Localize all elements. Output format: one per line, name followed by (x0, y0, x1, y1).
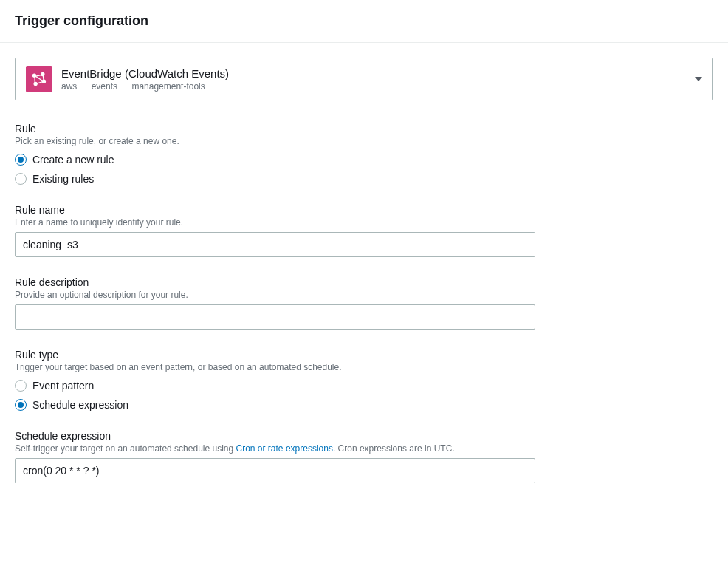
rule-type-help: Trigger your target based on an event pa… (15, 362, 713, 372)
radio-schedule-expression[interactable]: Schedule expression (15, 399, 713, 411)
svg-point-2 (42, 80, 45, 83)
rule-name-label: Rule name (15, 204, 713, 216)
svg-point-1 (41, 72, 44, 75)
radio-input[interactable] (15, 154, 27, 166)
schedule-help: Self-trigger your target on an automated… (15, 443, 713, 454)
cron-rate-link[interactable]: Cron or rate expressions (236, 443, 333, 454)
rule-type-label: Rule type (15, 349, 713, 361)
schedule-expression-input[interactable] (15, 458, 535, 483)
eventbridge-icon (26, 66, 52, 92)
svg-point-3 (34, 82, 37, 85)
trigger-name: EventBridge (CloudWatch Events) (61, 67, 229, 80)
rule-name-input[interactable] (15, 232, 535, 257)
svg-line-8 (35, 76, 43, 81)
rule-type-field: Rule type Trigger your target based on a… (15, 349, 713, 411)
trigger-tags: aws events management-tools (61, 81, 229, 92)
trigger-info: EventBridge (CloudWatch Events) aws even… (26, 66, 229, 92)
rule-help: Pick an existing rule, or create a new o… (15, 136, 713, 146)
rule-radio-group: Create a new rule Existing rules (15, 154, 713, 185)
radio-input[interactable] (15, 399, 27, 411)
rule-name-help: Enter a name to uniquely identify your r… (15, 217, 713, 228)
rule-description-input[interactable] (15, 304, 535, 330)
schedule-expression-field: Schedule expression Self-trigger your ta… (15, 430, 713, 483)
page-header: Trigger configuration (0, 0, 728, 43)
schedule-label: Schedule expression (15, 430, 713, 442)
radio-existing-rules[interactable]: Existing rules (15, 173, 713, 185)
svg-line-6 (37, 82, 43, 83)
form-content: EventBridge (CloudWatch Events) aws even… (0, 43, 728, 517)
radio-event-pattern[interactable]: Event pattern (15, 380, 713, 392)
dropdown-caret-icon (695, 77, 702, 81)
rule-label: Rule (15, 123, 713, 134)
radio-input[interactable] (15, 173, 27, 185)
rule-description-help: Provide an optional description for your… (15, 290, 713, 300)
radio-create-new-rule[interactable]: Create a new rule (15, 154, 713, 166)
page-title: Trigger configuration (15, 13, 713, 29)
trigger-selector[interactable]: EventBridge (CloudWatch Events) aws even… (15, 58, 713, 100)
rule-field: Rule Pick an existing rule, or create a … (15, 123, 713, 185)
radio-input[interactable] (15, 380, 27, 392)
rule-type-radio-group: Event pattern Schedule expression (15, 380, 713, 411)
rule-description-field: Rule description Provide an optional des… (15, 276, 713, 330)
rule-description-label: Rule description (15, 276, 713, 288)
svg-line-5 (43, 75, 44, 81)
rule-name-field: Rule name Enter a name to uniquely ident… (15, 204, 713, 257)
